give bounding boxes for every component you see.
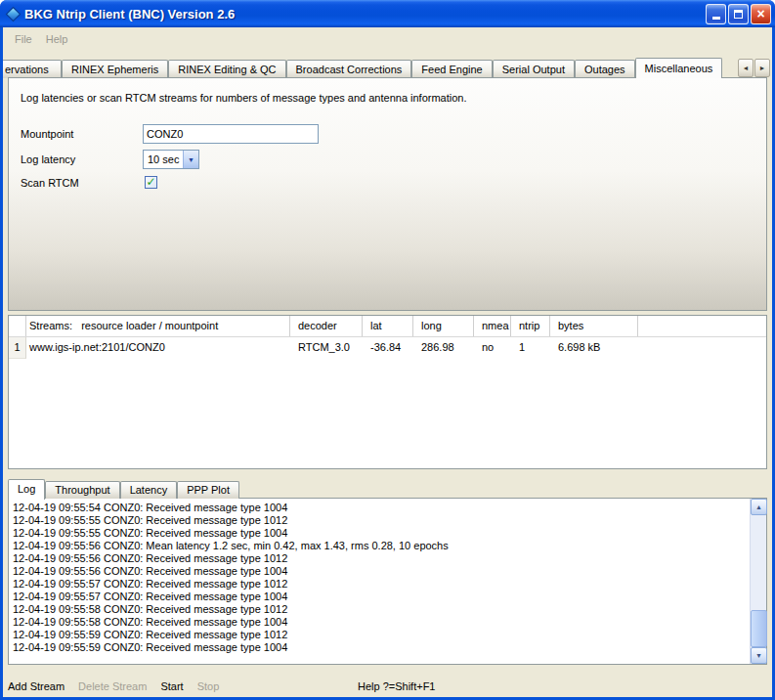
header-bytes[interactable]: bytes xyxy=(550,316,638,336)
statusbar: Add Stream Delete Stream Start Stop Help… xyxy=(8,677,767,696)
app-window: BKG Ntrip Client (BNC) Version 2.6 × Fil… xyxy=(0,0,775,700)
window-title: BKG Ntrip Client (BNC) Version 2.6 xyxy=(24,7,706,22)
up-arrow-icon: ▲ xyxy=(755,503,762,510)
log-line: 12-04-19 09:55:56 CONZ0: Mean latency 1.… xyxy=(13,540,745,552)
tab-outages[interactable]: Outages xyxy=(575,60,635,78)
start-button[interactable]: Start xyxy=(160,680,183,692)
scan-rtcm-checkbox[interactable]: ✓ xyxy=(145,176,157,189)
header-long[interactable]: long xyxy=(413,316,474,336)
streams-header-row: Streams: resource loader / mountpoint de… xyxy=(9,316,766,337)
left-arrow-icon: ◄ xyxy=(743,65,750,71)
log-line: 12-04-19 09:55:58 CONZ0: Received messag… xyxy=(13,603,745,616)
tab-serial-output[interactable]: Serial Output xyxy=(493,60,575,78)
tab-miscellaneous[interactable]: Miscellaneous xyxy=(635,58,723,78)
menu-file[interactable]: File xyxy=(8,30,39,48)
log-latency-select[interactable]: 10 sec ▼ xyxy=(143,150,199,169)
miscellaneous-panel: Log latencies or scan RTCM streams for n… xyxy=(8,77,767,311)
add-stream-button[interactable]: Add Stream xyxy=(8,680,65,692)
tab-broadcast-corrections[interactable]: Broadcast Corrections xyxy=(286,60,412,78)
header-decoder[interactable]: decoder xyxy=(290,316,363,336)
cell-bytes: 6.698 kB xyxy=(550,337,638,359)
main-tabbar: ervations RINEX Ephemeris RINEX Editing … xyxy=(3,57,772,78)
window-controls: × xyxy=(706,4,771,24)
tab-scroll-buttons: ◄ ► xyxy=(738,59,770,78)
scroll-up-button[interactable]: ▲ xyxy=(751,499,767,515)
row-header[interactable]: 1 xyxy=(9,337,26,359)
chevron-down-icon: ▼ xyxy=(188,156,194,163)
tab-log[interactable]: Log xyxy=(8,479,45,500)
cell-filler xyxy=(638,337,766,359)
log-line: 12-04-19 09:55:59 CONZ0: Received messag… xyxy=(13,629,745,641)
menubar: File Help xyxy=(3,27,772,51)
log-line: 12-04-19 09:55:56 CONZ0: Received messag… xyxy=(13,565,745,578)
window-body: File Help ervations RINEX Ephemeris RINE… xyxy=(3,27,772,697)
cell-nmea: no xyxy=(474,337,511,359)
log-line: 12-04-19 09:55:59 CONZ0: Received messag… xyxy=(13,641,745,654)
combo-dropdown-button[interactable]: ▼ xyxy=(183,151,198,168)
log-line: 12-04-19 09:55:57 CONZ0: Received messag… xyxy=(13,578,745,591)
log-scrollbar[interactable]: ▲ ▼ xyxy=(750,499,766,664)
header-lat[interactable]: lat xyxy=(363,316,413,336)
scan-rtcm-label: Scan RTCM xyxy=(21,173,79,193)
cell-mountpoint: www.igs-ip.net:2101/CONZ0 xyxy=(26,337,290,359)
titlebar[interactable]: BKG Ntrip Client (BNC) Version 2.6 × xyxy=(0,0,775,27)
streams-table: Streams: resource loader / mountpoint de… xyxy=(8,315,767,469)
cell-ntrip: 1 xyxy=(511,337,550,359)
app-icon xyxy=(6,6,22,22)
tab-observations-partial[interactable]: ervations xyxy=(3,60,62,78)
panel-description: Log latencies or scan RTCM streams for n… xyxy=(21,92,467,104)
tab-rinex-ephemeris[interactable]: RINEX Ephemeris xyxy=(62,60,168,78)
stop-button[interactable]: Stop xyxy=(197,680,220,692)
minimize-button[interactable] xyxy=(706,4,726,24)
tab-ppp-plot[interactable]: PPP Plot xyxy=(177,481,239,499)
tab-rinex-editing-qc[interactable]: RINEX Editing & QC xyxy=(168,60,285,78)
log-latency-label: Log latency xyxy=(21,150,75,169)
close-icon: × xyxy=(756,7,764,21)
maximize-button[interactable] xyxy=(728,4,749,24)
header-ntrip[interactable]: ntrip xyxy=(511,316,550,336)
mountpoint-label: Mountpoint xyxy=(21,124,73,144)
log-line: 12-04-19 09:55:54 CONZ0: Received messag… xyxy=(13,502,745,514)
scrollbar-thumb[interactable] xyxy=(751,610,767,647)
tab-scroll-right-button[interactable]: ► xyxy=(754,59,770,77)
delete-stream-button[interactable]: Delete Stream xyxy=(78,680,147,692)
down-arrow-icon: ▼ xyxy=(755,652,762,659)
help-hint: Help ?=Shift+F1 xyxy=(358,680,436,692)
check-icon: ✓ xyxy=(146,176,155,188)
table-row[interactable]: 1 www.igs-ip.net:2101/CONZ0 RTCM_3.0 -36… xyxy=(9,337,766,359)
header-mountpoint[interactable]: Streams: resource loader / mountpoint xyxy=(26,316,290,336)
mountpoint-input[interactable] xyxy=(143,124,319,144)
log-line: 12-04-19 09:55:57 CONZ0: Received messag… xyxy=(13,591,745,603)
close-button[interactable]: × xyxy=(751,4,771,24)
tab-throughput[interactable]: Throughput xyxy=(45,481,119,499)
minimize-icon xyxy=(712,17,720,20)
scroll-down-button[interactable]: ▼ xyxy=(751,647,767,664)
log-latency-value: 10 sec xyxy=(144,151,183,168)
header-filler xyxy=(638,316,766,336)
cell-lat: -36.84 xyxy=(363,337,413,359)
log-line: 12-04-19 09:55:55 CONZ0: Received messag… xyxy=(13,514,745,527)
tab-scroll-left-button[interactable]: ◄ xyxy=(738,59,753,77)
header-nmea[interactable]: nmea xyxy=(474,316,511,336)
tab-latency[interactable]: Latency xyxy=(120,481,178,499)
cell-long: 286.98 xyxy=(413,337,474,359)
maximize-icon xyxy=(734,10,743,19)
menu-help[interactable]: Help xyxy=(39,30,75,48)
log-line: 12-04-19 09:55:56 CONZ0: Received messag… xyxy=(13,552,745,565)
log-lines: 12-04-19 09:55:54 CONZ0: Received messag… xyxy=(13,502,745,662)
log-tabbar: Log Throughput Latency PPP Plot xyxy=(8,477,239,499)
log-line: 12-04-19 09:55:55 CONZ0: Received messag… xyxy=(13,527,745,540)
log-line: 12-04-19 09:55:58 CONZ0: Received messag… xyxy=(13,616,745,629)
table-corner xyxy=(9,316,26,336)
tab-feed-engine[interactable]: Feed Engine xyxy=(411,60,492,78)
right-arrow-icon: ► xyxy=(759,65,766,71)
cell-decoder: RTCM_3.0 xyxy=(290,337,363,359)
log-view[interactable]: 12-04-19 09:55:54 CONZ0: Received messag… xyxy=(8,498,767,665)
